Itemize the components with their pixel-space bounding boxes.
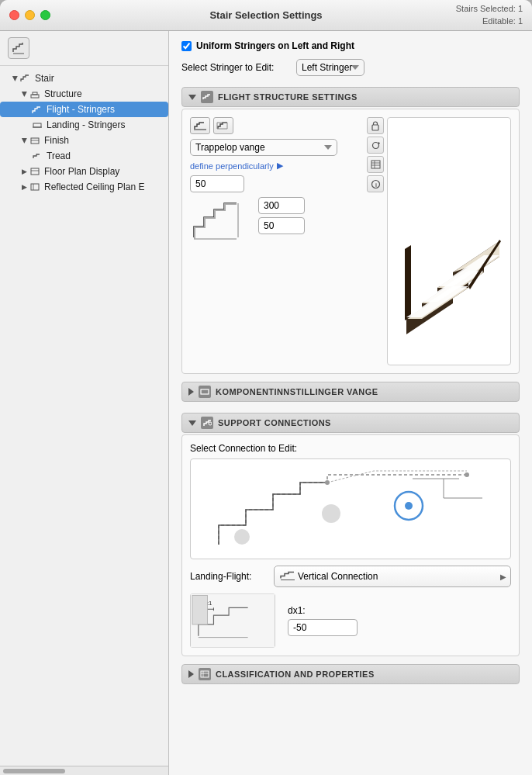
expand-icon: ▶ xyxy=(21,92,29,97)
svg-rect-0 xyxy=(31,95,39,98)
support-section-body: Select Connection to Edit: xyxy=(181,434,520,656)
content-area: Uniform Stringers on Left and Right Sele… xyxy=(169,31,532,775)
svg-rect-38 xyxy=(201,389,209,394)
sidebar-tree: ▶ Stair ▶ xyxy=(0,66,168,766)
rotation-icon[interactable] xyxy=(367,137,384,154)
stringer-diagram xyxy=(190,197,359,246)
table-icon[interactable] xyxy=(367,156,384,173)
maximize-button[interactable] xyxy=(40,10,50,20)
define-perp-arrow: ▶ xyxy=(277,161,283,171)
flight-settings-area: Trappelop vange define perpendicularly ▶ xyxy=(190,117,511,365)
sidebar-item-floor-plan[interactable]: ▶ Floor Plan Display xyxy=(0,164,168,179)
sidebar-item-finish[interactable]: ▶ Finish xyxy=(0,133,168,148)
svg-rect-8 xyxy=(31,184,39,190)
sidebar-item-tread[interactable]: Tread xyxy=(0,148,168,164)
dx1-input[interactable] xyxy=(288,619,358,636)
landing-flight-select-wrap: Vertical Connection ▶ xyxy=(274,566,511,587)
expand-icon: ▶ xyxy=(22,168,27,175)
connection-diagram[interactable] xyxy=(190,458,511,559)
classification-icon xyxy=(199,668,211,680)
expand-icon xyxy=(188,388,194,396)
dx1-label: dx1: xyxy=(288,605,358,616)
expand-icon: ▶ xyxy=(22,183,27,191)
svg-point-48 xyxy=(465,472,469,477)
flight-section-header[interactable]: FLIGHT STRUCTURE SETTINGS xyxy=(181,87,520,107)
define-perp-text: define perpendicularly xyxy=(190,161,274,171)
sidebar-item-label: Finish xyxy=(44,135,69,146)
support-section-title: SUPPORT CONNECTIONS xyxy=(218,418,331,427)
lf-icon xyxy=(280,569,295,584)
flight-controls-left: Trappelop vange define perpendicularly ▶ xyxy=(190,117,359,365)
ceiling-plan-icon xyxy=(29,181,41,193)
stringer-type-btn-1[interactable] xyxy=(190,117,210,134)
input3-row xyxy=(258,217,305,234)
svg-rect-6 xyxy=(31,168,39,175)
minimize-button[interactable] xyxy=(25,10,35,20)
svg-point-43 xyxy=(322,504,340,523)
info-icon[interactable]: i xyxy=(367,175,384,192)
stringer-select-dropdown[interactable]: Left Stringer Right Stringer Both xyxy=(296,59,364,76)
stringer-type-dropdown[interactable]: Trappelop vange xyxy=(190,139,337,156)
define-perp-row: define perpendicularly ▶ xyxy=(190,161,359,171)
sidebar-item-flight-stringers[interactable]: Flight - Stringers xyxy=(0,102,168,117)
stringer-diagram-img xyxy=(190,197,252,246)
support-section-header[interactable]: SUPPORT CONNECTIONS xyxy=(181,413,520,433)
stair-tool-icon[interactable] xyxy=(8,37,29,59)
stair-icon xyxy=(19,72,32,85)
sidebar-scrollbar-thumb[interactable] xyxy=(3,769,65,773)
dx1-diagram-row: dx1 dx1: xyxy=(190,593,511,648)
komponent-section[interactable]: KOMPONENTINNSTILLINGER VANGE xyxy=(181,382,520,402)
collapse-icon xyxy=(188,95,196,100)
close-button[interactable] xyxy=(9,10,19,20)
svg-rect-10 xyxy=(194,129,206,130)
stringer-input-1[interactable] xyxy=(190,175,244,192)
sidebar-item-stair[interactable]: ▶ Stair xyxy=(0,71,168,86)
sidebar-item-label: Tread xyxy=(47,151,71,161)
tread-icon xyxy=(31,150,43,162)
sidebar-item-label: Flight - Stringers xyxy=(47,104,115,115)
stringer-select-wrap: Left Stringer Right Stringer Both xyxy=(296,59,520,76)
input2-row xyxy=(258,197,305,214)
sidebar-item-structure[interactable]: ▶ Structure xyxy=(0,86,168,102)
sidebar-item-reflected-ceiling[interactable]: ▶ Reflected Ceiling Plan E xyxy=(0,179,168,195)
titlebar: Stair Selection Settings Stairs Selected… xyxy=(0,0,532,31)
svg-rect-58 xyxy=(201,671,209,677)
main-window: Stair Selection Settings Stairs Selected… xyxy=(0,0,532,775)
landing-flight-dropdown[interactable]: Vertical Connection xyxy=(274,566,511,587)
collapse-icon xyxy=(188,420,196,426)
uniform-stringers-checkbox[interactable] xyxy=(181,41,192,51)
flight-section: FLIGHT STRUCTURE SETTINGS xyxy=(181,84,520,374)
stringer-input-2[interactable] xyxy=(258,197,305,214)
komponent-title: KOMPONENTINNSTILLINGER VANGE xyxy=(216,387,378,396)
sidebar-item-landing-stringers[interactable]: Landing - Stringers xyxy=(0,117,168,133)
floor-plan-icon xyxy=(29,165,41,178)
flight-icon xyxy=(31,103,43,116)
sidebar-toolbar xyxy=(0,31,168,66)
finish-icon xyxy=(29,134,41,147)
svg-rect-18 xyxy=(371,161,380,168)
classification-section[interactable]: CLASSIFICATION AND PROPERTIES xyxy=(181,664,520,684)
stringer-input-3[interactable] xyxy=(258,217,305,234)
svg-marker-14 xyxy=(194,203,237,239)
side-icons: i xyxy=(367,117,384,365)
expand-icon xyxy=(188,670,194,678)
stringer-dropdown-wrap: Trappelop vange xyxy=(190,139,359,156)
sidebar-item-label: Landing - Stringers xyxy=(47,119,125,130)
stringer-dimension-fields xyxy=(258,197,305,234)
dx1-diagram-img: dx1 xyxy=(190,593,275,648)
preview-area: i xyxy=(365,117,511,365)
stringer-type-btn-2[interactable] xyxy=(213,117,233,134)
komponent-icon xyxy=(199,386,211,398)
landing-flight-label: Landing-Flight: xyxy=(190,571,268,582)
svg-point-49 xyxy=(325,480,330,485)
main-layout: ▶ Stair ▶ xyxy=(0,31,532,775)
landing-flight-row: Landing-Flight: Vertical Connection xyxy=(190,566,511,587)
window-stats: Stairs Selected: 1 Editable: 1 xyxy=(456,3,523,27)
svg-rect-57 xyxy=(192,596,208,624)
dx1-field-group: dx1: xyxy=(288,605,358,636)
svg-rect-15 xyxy=(372,125,378,130)
window-controls xyxy=(9,10,50,20)
svg-rect-2 xyxy=(33,123,41,127)
lock-icon[interactable] xyxy=(367,117,384,134)
svg-point-42 xyxy=(405,502,413,510)
